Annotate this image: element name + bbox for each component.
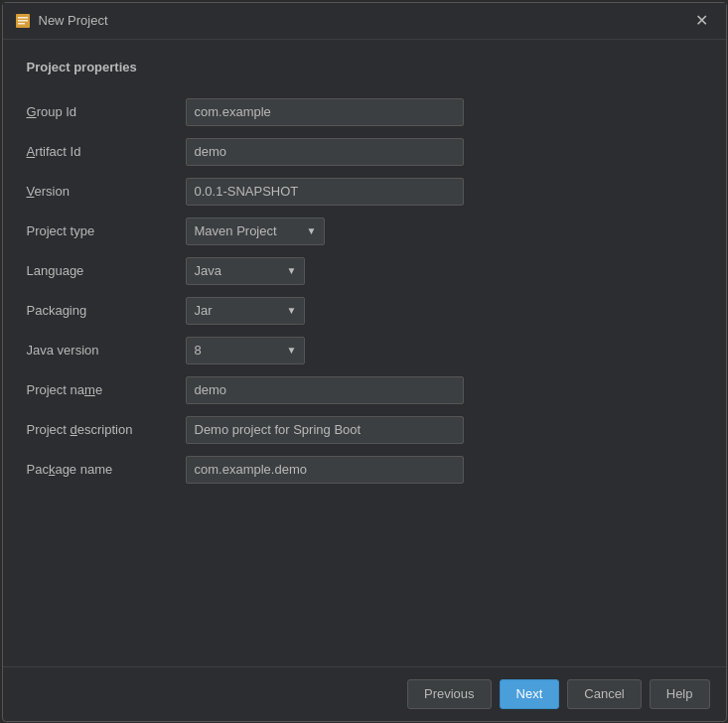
group-id-input[interactable] [186, 98, 464, 126]
svg-rect-3 [18, 23, 25, 25]
close-button[interactable]: ✕ [689, 11, 714, 31]
form-grid: Group Id Artifact Id Version Project typ… [27, 92, 702, 490]
version-label: Version [27, 172, 186, 212]
java-version-label: Java version [27, 331, 186, 370]
group-id-field [186, 92, 702, 132]
project-description-input[interactable] [186, 416, 464, 444]
dialog-title: New Project [39, 13, 108, 28]
packaging-wrapper: Jar War ▼ [186, 297, 305, 325]
project-type-wrapper: Maven Project Gradle Project ▼ [186, 217, 325, 245]
java-version-field: 8 11 17 21 ▼ [186, 331, 702, 370]
packaging-field: Jar War ▼ [186, 291, 702, 331]
artifact-id-field [186, 132, 702, 172]
packaging-label: Packaging [27, 291, 186, 331]
language-wrapper: Java Kotlin Groovy ▼ [186, 257, 305, 285]
version-field [186, 172, 702, 212]
previous-button[interactable]: Previous [407, 679, 492, 709]
project-name-label: Project name [27, 370, 186, 410]
project-type-select[interactable]: Maven Project Gradle Project [186, 217, 325, 245]
artifact-id-input[interactable] [186, 138, 464, 166]
artifact-id-label: Artifact Id [27, 132, 186, 172]
title-bar-left: New Project [15, 13, 108, 29]
package-name-input[interactable] [186, 456, 464, 484]
project-description-field [186, 410, 702, 450]
packaging-select[interactable]: Jar War [186, 297, 305, 325]
section-title: Project properties [27, 60, 702, 74]
svg-rect-1 [18, 17, 28, 19]
svg-rect-2 [18, 20, 28, 22]
project-name-input[interactable] [186, 376, 464, 404]
language-label: Language [27, 251, 186, 291]
next-button[interactable]: Next [500, 679, 560, 709]
project-description-label: Project description [27, 410, 186, 450]
project-type-field: Maven Project Gradle Project ▼ [186, 212, 702, 251]
java-version-select[interactable]: 8 11 17 21 [186, 337, 305, 364]
package-name-label: Package name [27, 450, 186, 490]
language-field: Java Kotlin Groovy ▼ [186, 251, 702, 291]
package-name-field [186, 450, 702, 490]
project-icon [15, 13, 31, 29]
group-id-label: Group Id [27, 92, 186, 132]
help-button[interactable]: Help [650, 679, 710, 709]
cancel-button[interactable]: Cancel [567, 679, 641, 709]
dialog-footer: Previous Next Cancel Help [3, 666, 726, 721]
language-select[interactable]: Java Kotlin Groovy [186, 257, 305, 285]
project-name-field [186, 370, 702, 410]
version-input[interactable] [186, 178, 464, 206]
new-project-dialog: New Project ✕ Project properties Group I… [2, 2, 727, 722]
title-bar: New Project ✕ [3, 3, 726, 40]
java-version-wrapper: 8 11 17 21 ▼ [186, 337, 305, 364]
project-type-label: Project type [27, 212, 186, 251]
dialog-content: Project properties Group Id Artifact Id … [3, 40, 726, 666]
